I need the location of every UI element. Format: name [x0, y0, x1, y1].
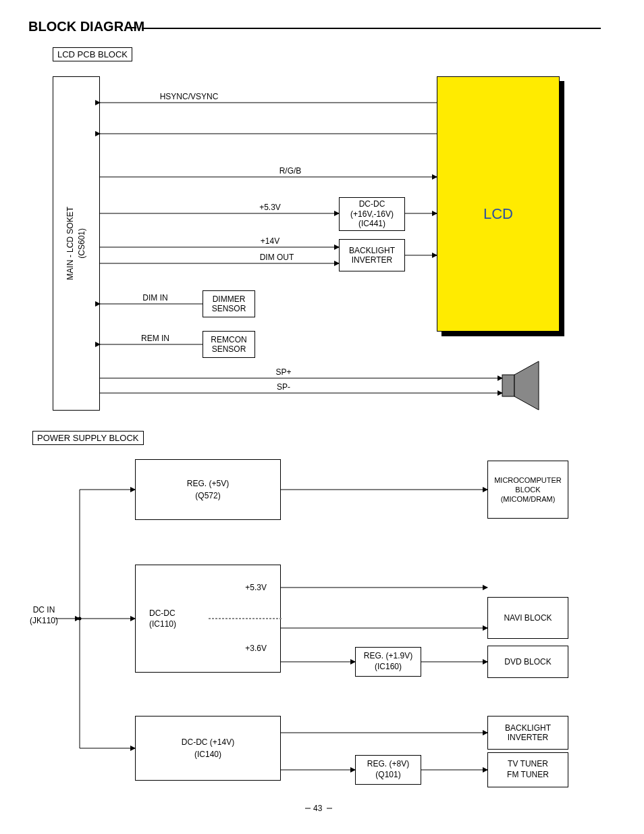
backlight-inverter-box-upper: BACKLIGHT INVERTER	[339, 239, 405, 271]
sig-dimin: DIM IN	[122, 293, 189, 303]
reg-1p9v-box: REG. (+1.9V) (IC160)	[355, 647, 421, 677]
micom-l1: MICROCOMPUTER	[488, 475, 568, 485]
ic110-l1: DC-DC	[149, 608, 176, 618]
lcd-box: LCD	[437, 76, 560, 332]
reg5-l1: REG. (+5V)	[136, 477, 280, 490]
micom-l3: (MICOM/DRAM)	[488, 494, 568, 504]
reg-5v-box: REG. (+5V) (Q572)	[135, 459, 281, 520]
dcdc-ic441-l3: (IC441)	[340, 219, 404, 228]
tv-fm-tuner-box: TV TUNER FM TUNER	[487, 752, 568, 787]
dcdc14-l1: DC-DC (+14V)	[136, 736, 280, 748]
dimmer-l2: SENSOR	[203, 304, 254, 313]
dvd-l: DVD BLOCK	[488, 657, 568, 667]
dimmer-l1: DIMMER	[203, 294, 254, 304]
tv-l1: TV TUNER	[488, 759, 568, 770]
micom-box: MICROCOMPUTER BLOCK (MICOM/DRAM)	[487, 461, 568, 519]
reg-8v-box: REG. (+8V) (Q101)	[355, 755, 421, 785]
dcdc-14v-box: DC-DC (+14V) (IC140)	[135, 716, 281, 781]
soket-line1: MAIN - LCD SOKET	[65, 207, 75, 280]
dcin-l1: DC IN	[33, 605, 55, 615]
micom-l2: BLOCK	[488, 485, 568, 494]
ic110-l2: (IC110)	[149, 619, 176, 629]
sig-hsync: HSYNC/VSYNC	[135, 92, 243, 101]
lcd-block-label: LCD PCB BLOCK	[53, 47, 132, 61]
sig-v53: +5.3V	[236, 203, 304, 212]
dimmer-sensor-box: DIMMER SENSOR	[203, 290, 255, 317]
sig-remin: REM IN	[122, 334, 189, 343]
page-number: 43	[313, 804, 322, 813]
sig-dimout: DIM OUT	[236, 253, 317, 262]
sig-spm: SP-	[257, 382, 311, 392]
dc-in-label: DC IN (JK110)	[20, 605, 68, 626]
ic110-v53: +5.3V	[245, 583, 267, 592]
sig-spp: SP+	[257, 367, 311, 377]
bl-inv-l2: INVERTER	[340, 255, 404, 265]
bl-inv-l1: BACKLIGHT	[340, 246, 404, 255]
dcdc14-l2: (IC140)	[136, 748, 280, 760]
navi-l: NAVI BLOCK	[488, 613, 568, 623]
title-rule	[142, 28, 601, 29]
sig-v14: +14V	[236, 236, 304, 246]
svg-rect-13	[502, 375, 514, 396]
reg5-l2: (Q572)	[136, 490, 280, 502]
reg19-l1: REG. (+1.9V)	[356, 651, 421, 662]
dcin-l2: (JK110)	[30, 616, 58, 625]
dvd-block-box: DVD BLOCK	[487, 646, 568, 678]
dcdc-ic441-l1: DC-DC	[340, 199, 404, 209]
reg19-l2: (IC160)	[356, 662, 421, 673]
tv-l2: FM TUNER	[488, 770, 568, 781]
reg8-l1: REG. (+8V)	[356, 759, 421, 770]
ic110-v36: +3.6V	[245, 644, 267, 653]
dcdc-ic441-l2: (+16V,-16V)	[340, 209, 404, 219]
power-block-label: POWER SUPPLY BLOCK	[32, 431, 144, 445]
page-title: BLOCK DIAGRAM	[28, 19, 144, 34]
lcd-label: LCD	[483, 205, 513, 223]
remcon-l2: SENSOR	[203, 344, 254, 354]
blinv2-l2: INVERTER	[488, 733, 568, 742]
navi-block-box: NAVI BLOCK	[487, 597, 568, 639]
remcon-l1: REMCON	[203, 335, 254, 344]
dcdc-ic441-box: DC-DC (+16V,-16V) (IC441)	[339, 197, 405, 231]
sig-rgb: R/G/B	[236, 166, 344, 176]
remcon-sensor-box: REMCON SENSOR	[203, 331, 255, 358]
blinv2-l1: BACKLIGHT	[488, 723, 568, 733]
dcdc-ic110-box: +5.3V DC-DC (IC110) +3.6V	[135, 565, 281, 673]
soket-line2: (CS601)	[77, 228, 86, 259]
reg8-l2: (Q101)	[356, 770, 421, 781]
backlight-inverter-box-lower: BACKLIGHT INVERTER	[487, 716, 568, 750]
main-lcd-soket-box: MAIN - LCD SOKET (CS601)	[53, 76, 100, 411]
